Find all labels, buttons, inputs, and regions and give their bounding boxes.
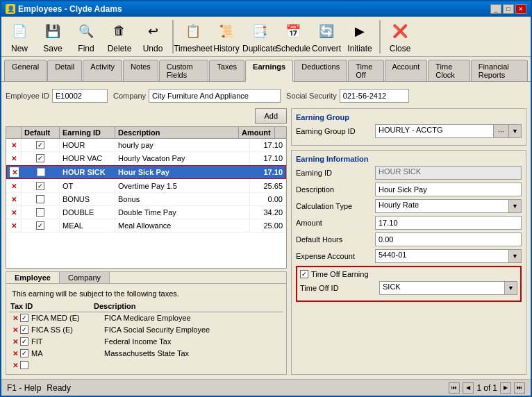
row-earningid: DOUBLE <box>60 206 115 219</box>
status-bar: F1 - Help Ready ⏮ ◀ 1 of 1 ▶ ⏭ <box>1 379 531 396</box>
row-x: ✕ <box>6 139 22 151</box>
tab-account[interactable]: Account <box>385 60 428 81</box>
history-label: History <box>213 44 239 53</box>
tab-time-clock[interactable]: Time Clock <box>428 60 469 81</box>
undo-button[interactable]: ↩ Undo <box>138 18 168 56</box>
nav-prev-button[interactable]: ◀ <box>463 382 474 394</box>
table-row[interactable]: ✕ HOUR hourly pay 17.10 <box>6 139 286 152</box>
convert-icon: 🔄 <box>315 20 338 42</box>
tax-row[interactable]: ✕ FIT Federal Income Tax <box>9 336 283 347</box>
add-button[interactable]: Add <box>255 108 287 124</box>
earning-group-title: Earning Group <box>296 113 522 121</box>
schedule-button[interactable]: 📅 Schedule <box>278 18 308 56</box>
row-desc: hourly pay <box>115 139 250 151</box>
tax-row-id: FICA MED (E) <box>31 314 104 322</box>
undo-icon: ↩ <box>142 20 164 42</box>
tab-time-off[interactable]: Time Off <box>348 60 383 81</box>
tax-row-x: ✕ <box>10 337 20 346</box>
status-right: ⏮ ◀ 1 of 1 ▶ ⏭ <box>449 382 525 394</box>
default-hours-input[interactable] <box>375 233 522 246</box>
time-off-earning-checkbox[interactable] <box>300 270 308 278</box>
earning-group-id-value[interactable]: HOURLY - ACCTG <box>375 124 494 138</box>
new-button[interactable]: 📄 New <box>4 18 35 56</box>
convert-button[interactable]: 🔄 Convert <box>311 18 342 56</box>
save-button[interactable]: 💾 Save <box>38 18 68 56</box>
tab-detail[interactable]: Detail <box>47 60 82 81</box>
time-off-box: Time Off Earning Time Off ID SICK ▼ <box>296 266 522 302</box>
calculation-type-dropdown[interactable]: ▼ <box>509 199 522 213</box>
row-desc: Hourly Vacaton Pay <box>115 152 250 164</box>
earning-group-id-row: Earning Group ID HOURLY - ACCTG ··· ▼ <box>296 124 522 138</box>
history-button[interactable]: 📜 History <box>211 18 242 56</box>
help-text: F1 - Help <box>7 383 41 393</box>
tax-row-check <box>20 314 28 322</box>
amount-input[interactable] <box>375 216 522 230</box>
tab-financial-reports[interactable]: Financial Reports <box>471 60 528 81</box>
expense-account-label: Expense Account <box>296 252 372 260</box>
tax-row[interactable]: ✕ MA Massachusetts State Tax <box>9 348 283 359</box>
close-window-button[interactable]: ✕ <box>515 4 526 14</box>
nav-last-button[interactable]: ⏭ <box>514 382 525 394</box>
expense-account-dropdown[interactable]: ▼ <box>509 249 522 263</box>
description-input[interactable] <box>375 183 522 196</box>
tab-custom-fields[interactable]: Custom Fields <box>159 60 209 81</box>
row-x: ✕ <box>6 193 22 205</box>
timesheet-button[interactable]: 📋 Timesheet <box>178 18 208 56</box>
employee-id-group: Employee ID E10002 <box>6 89 108 103</box>
row-desc: Double Time Pay <box>115 206 250 219</box>
earning-group-browse-button[interactable]: ··· <box>494 124 509 138</box>
expense-account-value[interactable]: 5440-01 <box>375 249 509 263</box>
tab-earnings[interactable]: Earnings <box>245 60 293 82</box>
duplicate-button[interactable]: 📑 Duplicate <box>244 18 275 56</box>
find-icon: 🔍 <box>75 20 97 42</box>
close-button[interactable]: ❌ Close <box>385 18 415 56</box>
sub-tabs: Employee Company <box>6 272 286 284</box>
table-row[interactable]: ✕ MEAL Meal Allowance 25.00 <box>6 219 286 233</box>
table-row[interactable]: ✕ DOUBLE Double Time Pay 34.20 <box>6 206 286 219</box>
earnings-table: Default Earning ID Description Amount ✕ … <box>6 126 287 269</box>
tab-deductions[interactable]: Deductions <box>294 60 347 81</box>
table-body[interactable]: ✕ HOUR hourly pay 17.10 ✕ HOUR VAC Hourl… <box>6 139 286 246</box>
tab-general[interactable]: General <box>4 60 47 81</box>
add-btn-row: Add <box>6 108 287 124</box>
tab-activity[interactable]: Activity <box>83 60 122 81</box>
time-off-id-row: Time Off ID SICK ▼ <box>300 281 517 295</box>
table-row-selected[interactable]: ✕ HOUR SICK Hour Sick Pay 17.10 <box>6 165 286 180</box>
tax-row[interactable]: ✕ FICA MED (E) FICA Medicare Employee <box>9 312 283 323</box>
time-off-id-label: Time Off ID <box>300 284 376 292</box>
nav-next-button[interactable]: ▶ <box>500 382 511 394</box>
maximize-button[interactable]: □ <box>503 4 514 14</box>
initiate-button[interactable]: ▶ Initiate <box>344 18 375 56</box>
minimize-button[interactable]: _ <box>490 4 501 14</box>
calculation-type-label: Calculation Type <box>296 202 372 210</box>
tax-section: This earning will be subject to the foll… <box>6 284 286 374</box>
table-row[interactable]: ✕ OT Overtime Pay 1.5 25.65 <box>6 180 286 193</box>
earning-id-row: Earning ID HOUR SICK <box>296 166 522 180</box>
find-button[interactable]: 🔍 Find <box>71 18 101 56</box>
tax-row-x: ✕ <box>10 360 20 370</box>
nav-first-button[interactable]: ⏮ <box>449 382 460 394</box>
table-row[interactable]: ✕ HOUR VAC Hourly Vacaton Pay 17.10 <box>6 152 286 165</box>
timesheet-icon: 📋 <box>182 20 204 42</box>
tax-row-check <box>20 337 28 346</box>
tab-taxes[interactable]: Taxes <box>209 60 244 81</box>
employee-info-row: Employee ID E10002 Company City Furnitur… <box>6 86 526 105</box>
sub-tab-employee[interactable]: Employee <box>6 272 60 283</box>
content-area: Employee ID E10002 Company City Furnitur… <box>1 82 531 379</box>
app-icon: 👤 <box>6 4 15 14</box>
time-off-id-dropdown[interactable]: ▼ <box>505 281 517 295</box>
row-x: ✕ <box>6 165 22 179</box>
tax-row[interactable]: ✕ FICA SS (E) FICA Social Security Emplo… <box>9 324 283 335</box>
calculation-type-value[interactable]: Hourly Rate <box>375 199 509 213</box>
earning-group-dropdown-button[interactable]: ▼ <box>509 124 522 138</box>
sub-tab-company[interactable]: Company <box>60 272 110 283</box>
history-icon: 📜 <box>215 20 238 42</box>
header-earningid: Earning ID <box>60 127 115 138</box>
time-off-id-value[interactable]: SICK <box>379 281 505 295</box>
tab-notes[interactable]: Notes <box>123 60 158 81</box>
row-amount: 34.20 <box>250 206 286 219</box>
employee-id-label: Employee ID <box>6 92 49 100</box>
tax-row[interactable]: ✕ <box>9 360 283 371</box>
table-row[interactable]: ✕ BONUS Bonus 0.00 <box>6 193 286 206</box>
delete-button[interactable]: 🗑 Delete <box>104 18 135 56</box>
